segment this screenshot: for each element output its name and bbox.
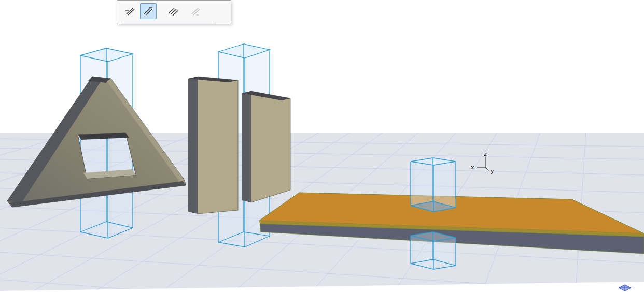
toolbar-separator [121,22,214,22]
wall-panel-1-front-face[interactable] [198,77,238,214]
wall-option-4-button[interactable] [188,3,204,19]
wall-panel-2-front-face[interactable] [251,91,290,202]
x-axis-label: x [471,164,474,171]
selection-box-1[interactable] [80,48,133,238]
wall-option-2-button[interactable] [140,3,157,19]
wall-panel-1[interactable] [188,77,238,214]
pet-palette-toolbar [117,0,231,24]
wall-panel-2-side-face[interactable] [242,91,251,202]
3d-viewport-canvas[interactable]: z x y [0,0,644,292]
wall-panel-1-side-face[interactable] [188,77,198,214]
wall-option-4-icon [190,6,202,17]
y-axis-label: y [491,168,494,174]
wall-option-3-button[interactable] [165,3,181,19]
wall-panel-2[interactable] [242,91,290,202]
wall-option-1-icon [124,6,137,17]
viewport-stage[interactable]: z x y [0,0,644,292]
wall-option-2-icon [142,6,155,17]
wall-option-1-button[interactable] [122,3,139,19]
wall-option-3-icon [167,6,179,17]
z-axis-label: z [484,151,487,157]
